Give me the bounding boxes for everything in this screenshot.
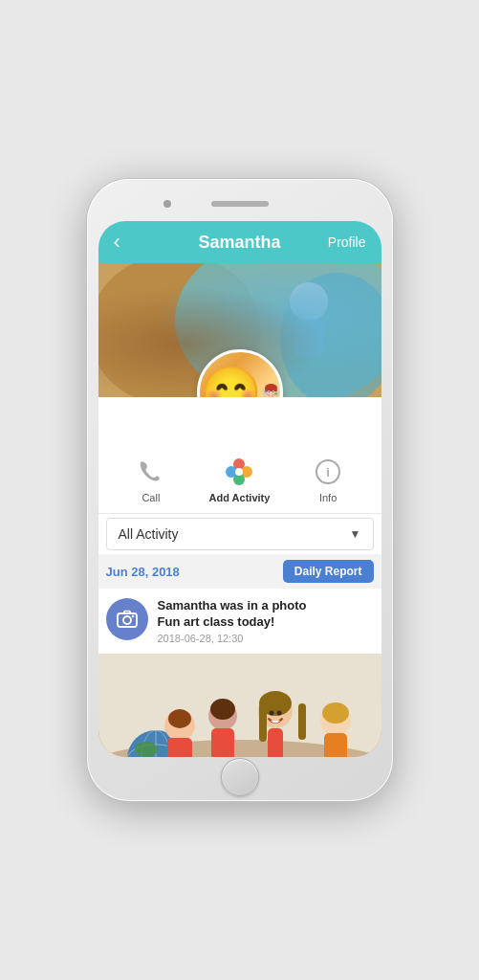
add-activity-icon-container <box>222 455 256 489</box>
svg-point-15 <box>266 393 267 394</box>
activity-type-icon <box>106 598 148 640</box>
phone-top-bar <box>98 190 381 217</box>
back-button[interactable]: ‹ <box>114 232 120 253</box>
activity-photo-svg <box>98 654 381 757</box>
activity-item: Samantha was in a photo Fun art class to… <box>98 589 381 650</box>
svg-rect-43 <box>268 728 283 757</box>
add-activity-action[interactable]: Add Activity <box>209 455 271 503</box>
svg-point-4 <box>290 282 328 321</box>
avatar-image <box>200 352 280 397</box>
info-icon: i <box>316 459 340 484</box>
activity-date: Jun 28, 2018 <box>106 565 180 579</box>
activity-title-line2: Fun art class today! <box>158 614 307 631</box>
activity-title-line1: Samantha was in a photo <box>158 598 307 614</box>
call-action[interactable]: Call <box>134 455 168 503</box>
phone-screen: ‹ Samantha Profile <box>98 221 381 757</box>
phone-speaker <box>211 201 269 207</box>
svg-rect-38 <box>211 728 234 757</box>
call-label: Call <box>142 492 160 503</box>
camera-icon <box>117 609 138 630</box>
phone-frame: ‹ Samantha Profile <box>87 179 393 801</box>
activity-photo-bg <box>98 654 381 757</box>
svg-point-34 <box>168 709 191 728</box>
call-icon-container <box>134 455 168 489</box>
action-bar: Call Add Activity <box>98 447 381 514</box>
svg-point-23 <box>123 616 131 624</box>
page-title: Samantha <box>198 233 280 253</box>
info-label: Info <box>319 492 337 503</box>
svg-rect-35 <box>167 738 192 757</box>
chevron-down-icon: ▼ <box>350 527 361 541</box>
svg-point-3 <box>280 273 381 397</box>
call-icon <box>139 459 163 484</box>
svg-point-37 <box>210 699 235 720</box>
svg-rect-48 <box>324 733 347 757</box>
svg-point-47 <box>322 702 349 724</box>
svg-rect-5 <box>294 319 323 357</box>
front-camera <box>163 200 171 208</box>
svg-point-44 <box>269 710 273 715</box>
activity-filter-dropdown[interactable]: All Activity ▼ <box>106 518 374 550</box>
info-action[interactable]: i Info <box>311 455 345 503</box>
activity-timestamp: 2018-06-28, 12:30 <box>158 633 307 644</box>
activity-text: Samantha was in a photo Fun art class to… <box>158 598 307 644</box>
activity-photo <box>98 654 381 757</box>
svg-point-21 <box>235 468 243 476</box>
svg-rect-22 <box>118 613 137 627</box>
date-row: Jun 28, 2018 Daily Report <box>98 554 381 589</box>
dropdown-selected-value: All Activity <box>119 526 179 542</box>
svg-point-12 <box>272 391 273 392</box>
home-button[interactable] <box>221 758 259 796</box>
profile-link[interactable]: Profile <box>328 234 366 250</box>
phone-bottom <box>98 757 381 797</box>
daily-report-button[interactable]: Daily Report <box>283 560 374 583</box>
info-icon-container: i <box>311 455 345 489</box>
svg-point-24 <box>131 615 133 617</box>
svg-point-45 <box>276 710 281 715</box>
hero-section <box>98 263 381 397</box>
app-header: ‹ Samantha Profile <box>98 221 381 263</box>
avatar-svg <box>262 352 280 397</box>
avatar <box>197 349 283 397</box>
svg-rect-41 <box>259 703 267 742</box>
svg-point-16 <box>275 390 276 391</box>
add-activity-label: Add Activity <box>209 492 271 503</box>
svg-rect-42 <box>298 703 306 740</box>
svg-point-11 <box>268 391 269 392</box>
add-activity-icon <box>224 457 254 487</box>
svg-point-31 <box>135 742 158 757</box>
